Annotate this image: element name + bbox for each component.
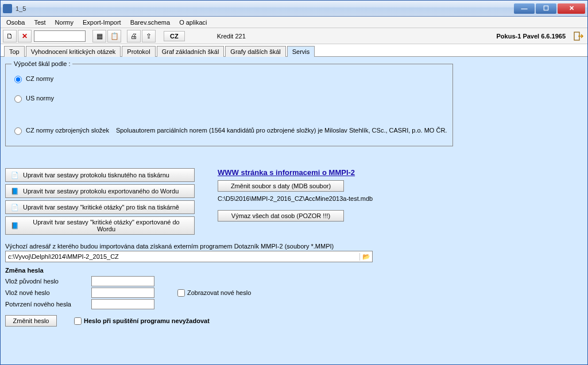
import-path-field[interactable]: 📂 [5, 251, 373, 262]
edit-kriticke-print-button[interactable]: 📄 Upravit tvar sestavy "kritické otázky"… [5, 200, 195, 214]
import-path-input[interactable] [6, 253, 359, 260]
radio-cz-ozbrojenych-label: CZ normy ozbrojených složek [26, 127, 109, 134]
calc-groupbox: Výpočet škál podle : CZ normy US normy C… [5, 60, 453, 146]
app-icon [3, 4, 12, 13]
list-icon[interactable]: 📋 [107, 30, 121, 42]
titlebar: 1_5 — ☐ ✕ [1, 1, 587, 17]
toolbar: 🗋 ✕ ▦ 📋 🖨 ⇪ CZ Kredit 221 Pokus-1 Pavel … [1, 28, 587, 44]
mmpi-link[interactable]: WWW stránka s informacemi o MMPI-2 [218, 168, 373, 177]
menu-barev-schema[interactable]: Barev.schema [127, 18, 174, 27]
content-area: Výpočet škál podle : CZ normy US normy C… [1, 57, 587, 364]
tab-top[interactable]: Top [4, 46, 25, 57]
no-password-on-start-checkbox[interactable] [74, 317, 82, 325]
no-password-on-start-label: Heslo při spuštění programu nevyžadovat [84, 317, 210, 324]
edit-protokol-print-label: Upravit tvar sestavy protokolu tisknutéh… [23, 172, 169, 178]
show-password-label: Zobrazovat nové heslo [187, 289, 251, 296]
wipe-all-button[interactable]: Výmaz všech dat osob (POZOR !!!) [218, 210, 344, 222]
report-icon: 📄 [10, 170, 20, 180]
orig-password-input[interactable] [91, 276, 154, 286]
menu-o-aplikaci[interactable]: O aplikaci [176, 18, 210, 27]
word-icon: 📘 [10, 221, 20, 230]
language-button[interactable]: CZ [164, 31, 185, 41]
export-icon[interactable]: ⇪ [142, 30, 156, 42]
menu-osoba[interactable]: Osoba [3, 18, 28, 27]
tab-protokol[interactable]: Protokol [122, 46, 155, 57]
change-password-label: Změnit heslo [13, 317, 49, 324]
show-password-checkbox[interactable] [177, 289, 185, 297]
exit-button[interactable] [572, 30, 585, 42]
report-icon: 📄 [10, 203, 20, 212]
edit-kriticke-word-button[interactable]: 📘 Upravit tvar sestavy "kritické otázky"… [5, 216, 195, 235]
import-label: Výchozí adresář z kterého budou importov… [5, 243, 583, 250]
radio-us-normy[interactable] [14, 95, 22, 103]
password-header: Změna hesla [5, 267, 583, 274]
new-password-input[interactable] [91, 288, 154, 298]
window-buttons: — ☐ ✕ [514, 3, 585, 14]
edit-protokol-word-button[interactable]: 📘 Upravit tvar sestavy protokolu exporto… [5, 184, 195, 198]
edit-kriticke-word-label: Upravit tvar sestavy "kritické otázky" e… [23, 219, 189, 232]
delete-button[interactable]: ✕ [18, 30, 32, 42]
tab-servis[interactable]: Servis [287, 46, 315, 57]
edit-buttons-column: 📄 Upravit tvar sestavy protokolu tisknut… [5, 168, 195, 237]
confirm-password-label: Potvrzení nového hesla [5, 301, 86, 308]
radio-us-normy-label: US normy [26, 95, 54, 102]
tab-graf-dalsich[interactable]: Grafy dalších škál [225, 46, 285, 57]
radio-cz-normy-label: CZ normy [26, 75, 53, 82]
calc-legend: Výpočet škál podle : [11, 60, 72, 67]
menu-normy[interactable]: Normy [52, 18, 77, 27]
current-datafile-path: C:\D5\2016\MMPI-2_2016_CZ\AccMine2013a-t… [218, 195, 373, 202]
print-icon[interactable]: 🖨 [127, 30, 141, 42]
kredit-label: Kredit 221 [217, 33, 246, 40]
app-window: 1_5 — ☐ ✕ Osoba Test Normy Export-Import… [0, 0, 588, 365]
close-button[interactable]: ✕ [558, 3, 585, 14]
wipe-all-label: Výmaz všech dat osob (POZOR !!!) [231, 212, 330, 219]
menu-export-import[interactable]: Export-Import [79, 18, 125, 27]
maximize-button[interactable]: ☐ [536, 3, 556, 14]
user-info: Pokus-1 Pavel 6.6.1965 [497, 33, 566, 40]
radio-cz-ozbrojenych[interactable] [14, 127, 22, 135]
tab-vyhodnoceni[interactable]: Vyhodnocení kritických otázek [26, 46, 121, 57]
search-input[interactable] [34, 30, 86, 42]
new-button[interactable]: 🗋 [3, 30, 17, 42]
orig-password-label: Vlož původní heslo [5, 278, 86, 285]
confirm-password-input[interactable] [91, 299, 154, 309]
tab-bar: Top Vyhodnocení kritických otázek Protok… [1, 44, 587, 57]
right-column: WWW stránka s informacemi o MMPI-2 Změni… [218, 168, 373, 222]
radio-cz-normy[interactable] [14, 76, 22, 83]
word-icon: 📘 [10, 187, 20, 196]
grid-icon[interactable]: ▦ [92, 30, 106, 42]
edit-protokol-word-label: Upravit tvar sestavy protokolu exportova… [23, 188, 179, 195]
new-password-label: Vlož nové heslo [5, 289, 86, 296]
change-datafile-label: Změnit soubor s daty (MDB soubor) [231, 182, 331, 189]
menu-test[interactable]: Test [30, 18, 49, 27]
window-title: 1_5 [16, 5, 514, 12]
password-section: Změna hesla Vlož původní heslo Vlož nové… [5, 267, 583, 327]
edit-protokol-print-button[interactable]: 📄 Upravit tvar sestavy protokolu tisknut… [5, 168, 195, 182]
browse-folder-icon[interactable]: 📂 [359, 253, 372, 261]
change-datafile-button[interactable]: Změnit soubor s daty (MDB soubor) [218, 180, 344, 192]
menubar: Osoba Test Normy Export-Import Barev.sch… [1, 17, 587, 28]
edit-kriticke-print-label: Upravit tvar sestavy "kritické otázky" p… [23, 204, 179, 211]
ozbrojenych-note: Spoluautorem parciálních norem (1564 kan… [116, 127, 447, 134]
tab-graf-zakladnich[interactable]: Graf základních škál [157, 46, 225, 57]
change-password-button[interactable]: Změnit heslo [5, 315, 57, 327]
minimize-button[interactable]: — [514, 3, 535, 14]
